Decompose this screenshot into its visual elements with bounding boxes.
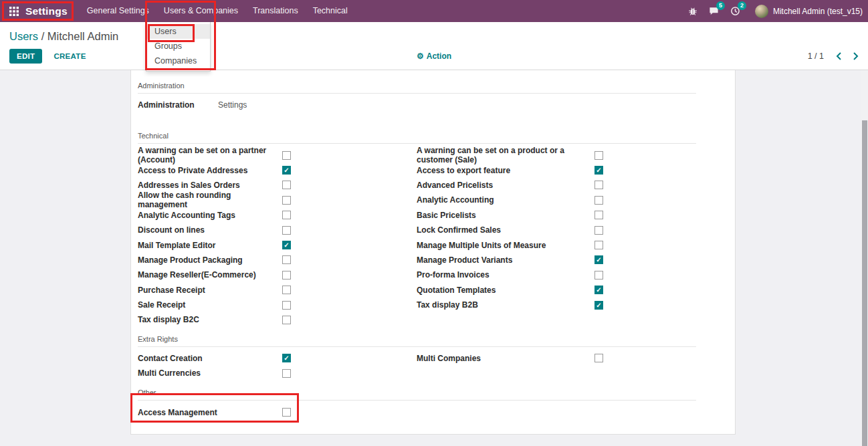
setting-checkbox[interactable]: [282, 286, 291, 294]
setting-checkbox[interactable]: [282, 241, 291, 249]
setting-label: Mail Template Editor: [138, 241, 282, 250]
setting-checkbox[interactable]: [282, 408, 291, 417]
edit-button[interactable]: EDIT: [9, 49, 42, 64]
control-panel: Users / Mitchell Admin EDIT CREATE ⚙ Act…: [0, 22, 868, 70]
top-menu-item[interactable]: Technical: [306, 0, 355, 22]
pager-next-button[interactable]: [853, 52, 859, 60]
setting-checkbox[interactable]: [282, 354, 291, 362]
apps-menu-button[interactable]: [0, 0, 25, 22]
setting-row: Manage Product Packaging: [138, 253, 417, 267]
setting-label: Contact Creation: [138, 354, 282, 363]
setting-checkbox[interactable]: [594, 211, 603, 219]
setting-checkbox[interactable]: [282, 196, 291, 205]
user-name: Mitchell Admin (test_v15): [773, 7, 863, 16]
breadcrumb-users-link[interactable]: Users: [9, 30, 38, 42]
apps-grid-icon: [9, 7, 19, 16]
setting-row: Analytic Accounting: [417, 193, 696, 207]
breadcrumb-current: Mitchell Admin: [47, 30, 118, 42]
dropdown-item[interactable]: Groups: [146, 39, 210, 53]
setting-checkbox[interactable]: [282, 271, 291, 280]
setting-checkbox[interactable]: [594, 166, 603, 175]
setting-checkbox[interactable]: [282, 369, 291, 378]
setting-checkbox[interactable]: [282, 166, 291, 175]
current-app-name[interactable]: Settings: [25, 5, 68, 17]
section-title-technical: Technical: [138, 132, 696, 144]
messages-badge: 5: [716, 1, 725, 10]
section-extra-rights: Extra Rights Contact Creation Multi Curr…: [138, 335, 696, 381]
dropdown-item[interactable]: Companies: [146, 53, 210, 68]
setting-label: Manage Reseller(E-Commerce): [138, 270, 282, 280]
setting-checkbox[interactable]: [594, 196, 603, 205]
setting-label: A warning can be set on a partner (Accou…: [138, 146, 282, 164]
setting-label: Analytic Accounting Tags: [138, 211, 282, 220]
setting-label: Addresses in Sales Orders: [138, 181, 282, 190]
top-menu-item[interactable]: General Settings: [80, 0, 156, 22]
action-label: Action: [427, 51, 451, 61]
extra-rights-right-column: Multi Companies: [417, 351, 696, 381]
setting-checkbox[interactable]: [282, 226, 291, 235]
create-button[interactable]: CREATE: [53, 52, 86, 60]
messages-icon[interactable]: 5: [706, 0, 723, 22]
setting-checkbox[interactable]: [282, 255, 291, 264]
setting-checkbox[interactable]: [594, 354, 603, 362]
user-menu[interactable]: Mitchell Admin (test_v15): [755, 5, 863, 18]
top-menu-item[interactable]: Users & Companies: [156, 0, 245, 22]
setting-row: Sale Receipt: [138, 298, 417, 312]
action-menu-button[interactable]: ⚙ Action: [417, 51, 451, 61]
setting-checkbox[interactable]: [282, 211, 291, 219]
navbar-right: 5 2 Mitchell Admin (test_v15): [684, 0, 868, 22]
setting-checkbox[interactable]: [594, 271, 603, 280]
setting-label: Access to Private Addresses: [138, 166, 282, 175]
setting-checkbox[interactable]: [282, 151, 291, 160]
administration-field-label: Administration: [138, 100, 218, 110]
setting-row: Access to export feature: [417, 162, 696, 177]
setting-row: A warning can be set on a partner (Accou…: [138, 148, 417, 162]
debug-icon[interactable]: [684, 0, 701, 22]
setting-label: Manage Product Variants: [417, 255, 594, 265]
scrollbar-thumb[interactable]: [862, 120, 867, 446]
dropdown-item[interactable]: Users: [146, 24, 210, 39]
setting-label: Pro-forma Invoices: [417, 270, 594, 280]
setting-checkbox[interactable]: [282, 181, 291, 189]
form-sheet: Administration Administration Settings T…: [130, 70, 736, 435]
setting-label: Multi Companies: [417, 354, 594, 363]
setting-label: Sale Receipt: [138, 300, 282, 310]
setting-checkbox[interactable]: [594, 226, 603, 235]
setting-checkbox[interactable]: [594, 255, 603, 264]
breadcrumb-separator: /: [38, 30, 47, 42]
setting-checkbox[interactable]: [594, 151, 603, 160]
setting-row: Manage Reseller(E-Commerce): [138, 267, 417, 282]
setting-label: Advanced Pricelists: [417, 181, 594, 190]
setting-row: Multi Companies: [417, 351, 696, 366]
setting-label: A warning can be set on a product or a c…: [417, 146, 594, 164]
other-left-column: Access Management: [138, 405, 417, 419]
setting-label: Purchase Receipt: [138, 286, 282, 295]
setting-checkbox[interactable]: [282, 316, 291, 324]
section-other: Other Access Management: [138, 388, 696, 419]
users-companies-dropdown: Users Groups Companies: [146, 22, 211, 72]
pager-previous-button[interactable]: [836, 52, 841, 60]
setting-checkbox[interactable]: [594, 181, 603, 189]
activities-icon[interactable]: 2: [727, 0, 744, 22]
setting-checkbox[interactable]: [594, 286, 603, 294]
setting-checkbox[interactable]: [594, 241, 603, 249]
vertical-scrollbar[interactable]: [861, 70, 868, 446]
setting-row: Tax display B2C: [138, 312, 417, 327]
section-title-administration: Administration: [138, 82, 696, 94]
setting-checkbox[interactable]: [282, 301, 291, 310]
setting-row: Access to Private Addresses: [138, 162, 417, 177]
extra-rights-left-column: Contact Creation Multi Currencies: [138, 351, 417, 381]
setting-label: Lock Confirmed Sales: [417, 225, 594, 235]
setting-row: Access Management: [138, 405, 417, 419]
section-title-extra-rights: Extra Rights: [138, 335, 696, 347]
setting-label: Basic Pricelists: [417, 211, 594, 220]
setting-row: Contact Creation: [138, 351, 417, 366]
pager-count: 1 / 1: [808, 51, 824, 61]
administration-field-value: Settings: [218, 100, 247, 110]
top-menu-item[interactable]: Translations: [245, 0, 306, 22]
setting-row: Discount on lines: [138, 223, 417, 237]
setting-row: Mail Template Editor: [138, 237, 417, 252]
setting-label: Access to export feature: [417, 166, 594, 175]
setting-checkbox[interactable]: [594, 301, 603, 310]
setting-row: Manage Product Variants: [417, 253, 696, 267]
